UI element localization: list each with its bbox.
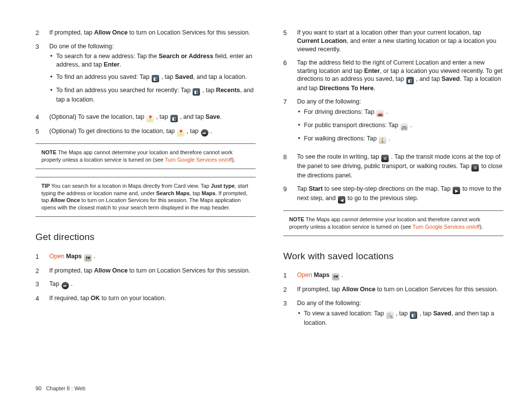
book-icon	[410, 311, 417, 319]
bullet-text: For public transport directions: Tap .	[304, 121, 412, 131]
bullet-dot: •	[297, 121, 304, 131]
tip-box: TIP You can search for a location in Map…	[35, 177, 256, 217]
bullet-dot: •	[297, 309, 304, 327]
step-item: 1Open Maps .	[35, 252, 256, 262]
step-body: If prompted, tap Allow Once to turn on L…	[49, 267, 256, 275]
book-icon	[193, 88, 200, 96]
step-item: 1Open Maps .	[283, 271, 503, 280]
heading-get-directions: Get directions	[35, 231, 256, 243]
bullet-item: •To find an address you saved: Tap , tap…	[49, 73, 256, 82]
step-body: (Optional) To get directions to the loca…	[49, 127, 256, 137]
steps-list-c: 5If you want to start at a location othe…	[283, 29, 503, 204]
bullet-item: •To search for a new address: Tap the Se…	[49, 52, 256, 69]
step-number: 2	[283, 285, 297, 294]
bullet-text: To find an address you searched for rece…	[56, 86, 256, 104]
bullet-text: To view a saved location: Tap , tap , ta…	[304, 309, 503, 327]
bullet-text: For walking directions: Tap .	[304, 135, 390, 144]
step-number: 2	[35, 267, 49, 275]
heading-saved-locations: Work with saved locations	[283, 250, 503, 263]
step-item: 7Do any of the following:•For driving di…	[283, 98, 503, 148]
prev-arrow-icon	[338, 196, 345, 204]
directions-arrow-icon	[201, 129, 208, 137]
bullet-item: •To view a saved location: Tap , tap , t…	[297, 309, 503, 327]
next-arrow-icon	[453, 187, 460, 194]
step-item: 4(Optional) To save the location, tap , …	[35, 113, 256, 122]
bullet-dot: •	[49, 73, 56, 82]
directions-arrow-icon	[62, 282, 69, 289]
step-body: Tap .	[49, 280, 256, 289]
step-item: 2If prompted, tap Allow Once to turn on …	[35, 267, 256, 275]
step-body: Open Maps .	[49, 252, 256, 262]
list-icon	[471, 164, 479, 171]
step-item: 3Do any of the following:•To view a save…	[283, 299, 503, 331]
bullet-item: •To find an address you searched for rec…	[49, 86, 256, 104]
step-body: To see the route in writing, tap . Tap t…	[297, 153, 503, 180]
step-number: 5	[35, 127, 49, 137]
step-number: 8	[283, 153, 297, 180]
tip-label: TIP	[41, 183, 50, 189]
note-label: NOTE	[289, 216, 304, 222]
walk-icon	[379, 137, 386, 144]
pin-icon	[177, 129, 184, 137]
book-icon	[170, 115, 178, 122]
steps-list-a: 2If prompted, tap Allow Once to turn on …	[35, 29, 256, 137]
note-label: NOTE	[41, 149, 57, 155]
bullet-item: •For driving directions: Tap .	[297, 108, 503, 117]
tip-body: You can search for a location in Maps di…	[41, 183, 248, 211]
note-box-1: NOTE The Maps app cannot determine your …	[35, 143, 256, 169]
step-item: 6Tap the address field to the right of C…	[283, 59, 503, 93]
page-number: 90	[35, 385, 41, 391]
bullet-item: •For public transport directions: Tap .	[297, 121, 503, 131]
step-item: 8To see the route in writing, tap . Tap …	[283, 153, 503, 180]
step-body: Do any of the following:•To view a saved…	[297, 299, 503, 331]
note-box-2: NOTE The Maps app cannot determine your …	[283, 210, 503, 236]
step-number: 1	[35, 252, 49, 262]
step-item: 2If prompted, tap Allow Once to turn on …	[35, 29, 256, 37]
page-footer: 90 Chapter 8 : Web	[35, 385, 85, 392]
note-tail: ).	[480, 224, 483, 230]
step-body: Tap the address field to the right of Cu…	[297, 59, 503, 93]
step-body: (Optional) To save the location, tap , t…	[49, 113, 256, 122]
step-item: 3Tap .	[35, 280, 256, 289]
bullet-text: For driving directions: Tap .	[304, 108, 388, 117]
bullet-dot: •	[297, 135, 304, 144]
pin-icon	[146, 115, 154, 122]
step-number: 6	[283, 59, 297, 93]
step-item: 5If you want to start at a location othe…	[283, 29, 503, 54]
search-icon	[386, 311, 394, 319]
step-number: 9	[283, 185, 297, 204]
right-column: 5If you want to start at a location othe…	[283, 29, 503, 336]
bullet-item: •For walking directions: Tap .	[297, 135, 503, 144]
note-tail: ).	[232, 157, 235, 163]
note-link[interactable]: Turn Google Services on/off	[413, 224, 480, 230]
step-item: 3Do one of the following:•To search for …	[35, 42, 256, 108]
step-item: 2If prompted, tap Allow Once to turn on …	[283, 285, 503, 294]
steps-list-d: 1Open Maps .2If prompted, tap Allow Once…	[283, 271, 503, 331]
car-icon	[376, 110, 384, 117]
step-body: Open Maps .	[297, 271, 503, 280]
step-body: If required, tap OK to turn on your loca…	[49, 294, 256, 303]
step-body: If prompted, tap Allow Once to turn on L…	[297, 285, 503, 294]
step-body: If you want to start at a location other…	[297, 29, 503, 54]
step-item: 4If required, tap OK to turn on your loc…	[35, 294, 256, 303]
maps-app-icon	[332, 273, 339, 280]
step-body: Tap Start to see step-by-step directions…	[297, 185, 503, 204]
step-number: 7	[283, 98, 297, 148]
left-column: 2If prompted, tap Allow Once to turn on …	[35, 29, 256, 336]
chapter-label: Chapter 8 : Web	[46, 385, 85, 391]
step-number: 4	[35, 113, 49, 122]
step-body: Do any of the following:•For driving dir…	[297, 98, 503, 148]
step-number: 3	[283, 299, 297, 331]
step-number: 2	[35, 29, 49, 37]
step-item: 5(Optional) To get directions to the loc…	[35, 127, 256, 137]
book-icon	[152, 75, 159, 82]
maps-app-icon	[84, 254, 92, 262]
bullet-dot: •	[49, 86, 56, 104]
step-body: If prompted, tap Allow Once to turn on L…	[49, 29, 256, 37]
step-number: 3	[35, 42, 49, 108]
list-icon	[381, 155, 389, 162]
note-link[interactable]: Turn Google Services on/off	[165, 157, 232, 163]
bullet-text: To search for a new address: Tap the Sea…	[56, 52, 256, 69]
page-content: 2If prompted, tap Allow Once to turn on …	[0, 0, 532, 336]
step-body: Do one of the following:•To search for a…	[49, 42, 256, 108]
